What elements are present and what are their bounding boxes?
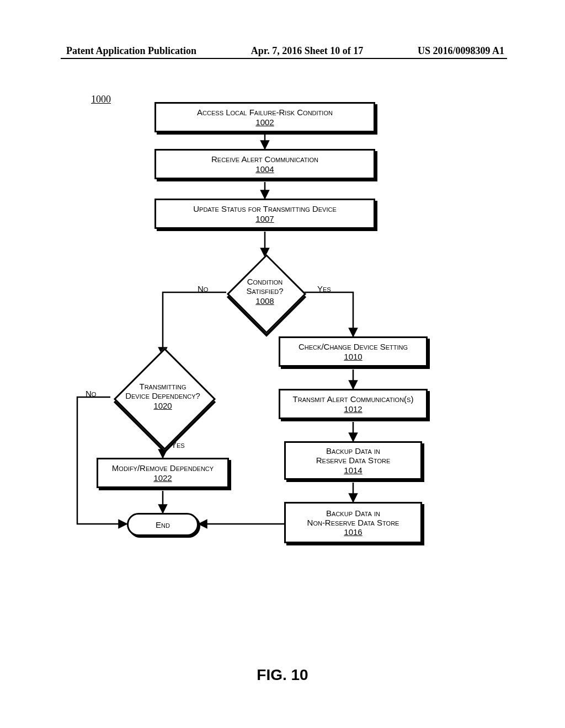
step-1004-text: Receive Alert Communication xyxy=(211,154,318,164)
label-1020-yes: Yes xyxy=(171,440,185,449)
step-1016-ref: 1016 xyxy=(344,527,362,537)
figure-caption: FIG. 10 xyxy=(0,666,565,684)
decision-1008: Condition Satisfied? 1008 xyxy=(226,254,303,331)
decision-1008-l2: Satisfied? xyxy=(246,286,283,296)
step-1002: Access Local Failure-Risk Condition 1002 xyxy=(154,102,375,132)
decision-1008-ref: 1008 xyxy=(255,296,274,306)
step-1014-l1: Backup Data in xyxy=(326,446,380,456)
step-1007-text: Update Status for Transmitting Device xyxy=(193,204,337,213)
step-1022-text: Modify/Remove Dependency xyxy=(112,463,214,473)
decision-1020-l2: Device Dependency? xyxy=(125,391,200,400)
header-mid: Apr. 7, 2016 Sheet 10 of 17 xyxy=(251,45,363,57)
step-1010: Check/Change Device Setting 1010 xyxy=(279,336,428,367)
step-1016-l2: Non-Reserve Data Store xyxy=(307,518,399,527)
step-1012-ref: 1012 xyxy=(344,404,362,414)
step-1014-l2: Reserve Data Store xyxy=(316,456,391,465)
step-1022: Modify/Remove Dependency 1022 xyxy=(97,458,229,488)
decision-1020: Transmitting Device Dependency? 1020 xyxy=(102,347,223,447)
step-1004: Receive Alert Communication 1004 xyxy=(154,149,375,179)
step-1016-l1: Backup Data in xyxy=(326,508,380,518)
step-1007-ref: 1007 xyxy=(255,214,274,223)
label-1008-no: No xyxy=(198,284,208,293)
header-right: US 2016/0098309 A1 xyxy=(418,45,504,57)
label-1020-no: No xyxy=(86,389,96,398)
terminator-end-text: End xyxy=(156,520,170,529)
step-1002-ref: 1002 xyxy=(255,117,274,127)
step-1012: Transmit Alert Communication(s) 1012 xyxy=(279,389,428,419)
header-rule xyxy=(61,58,507,59)
header-left: Patent Application Publication xyxy=(66,45,196,57)
step-1014-ref: 1014 xyxy=(344,465,362,475)
step-1004-ref: 1004 xyxy=(255,164,274,174)
flowchart: Access Local Failure-Risk Condition 1002… xyxy=(66,94,502,651)
decision-1020-ref: 1020 xyxy=(153,401,172,410)
page-header: Patent Application Publication Apr. 7, 2… xyxy=(66,45,504,57)
step-1022-ref: 1022 xyxy=(153,473,172,483)
step-1007: Update Status for Transmitting Device 10… xyxy=(154,199,375,229)
page: Patent Application Publication Apr. 7, 2… xyxy=(0,0,565,728)
decision-1008-l1: Condition xyxy=(247,277,283,286)
step-1010-text: Check/Change Device Setting xyxy=(299,342,408,351)
step-1010-ref: 1010 xyxy=(344,352,362,361)
step-1016: Backup Data in Non-Reserve Data Store 10… xyxy=(284,502,422,543)
step-1014: Backup Data in Reserve Data Store 1014 xyxy=(284,441,422,480)
step-1002-text: Access Local Failure-Risk Condition xyxy=(197,108,333,117)
step-1012-text: Transmit Alert Communication(s) xyxy=(293,394,414,404)
decision-1020-l1: Transmitting xyxy=(140,382,186,391)
label-1008-yes: Yes xyxy=(317,284,331,293)
terminator-end: End xyxy=(127,513,199,536)
